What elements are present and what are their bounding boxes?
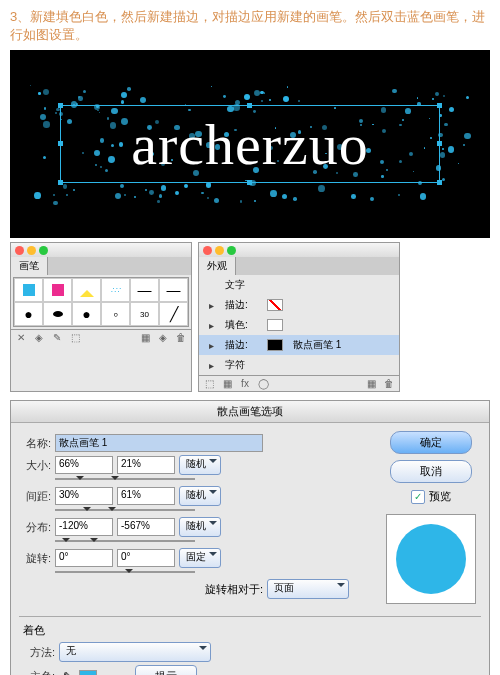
hint-button[interactable]: 提示 bbox=[135, 665, 197, 675]
key-color-swatch[interactable] bbox=[79, 670, 97, 675]
scatter-b[interactable]: -567% bbox=[117, 518, 175, 536]
brush-grid[interactable]: ∴∵ — — ● ● ◦ 30 ╱ bbox=[13, 277, 189, 327]
spacing-b[interactable]: 61% bbox=[117, 487, 175, 505]
appearance-footer[interactable]: ⬚▦fx◯▦🗑 bbox=[199, 375, 399, 391]
spacing-slider[interactable] bbox=[55, 509, 195, 511]
tab-brushes[interactable]: 画笔 bbox=[11, 257, 48, 275]
tint-method[interactable]: 无 bbox=[59, 642, 211, 662]
appearance-row[interactable]: ▸字符 bbox=[199, 355, 399, 375]
appearance-panel[interactable]: 外观 文字▸描边:▸填色:▸描边:散点画笔 1▸字符 ⬚▦fx◯▦🗑 bbox=[198, 242, 400, 392]
appearance-row[interactable]: ▸描边: bbox=[199, 295, 399, 315]
rotate-relative[interactable]: 页面 bbox=[267, 579, 349, 599]
step-text: 3、新建填色白色，然后新建描边，对描边应用新建的画笔。然后双击蓝色画笔，进行如图… bbox=[0, 0, 500, 46]
tab-appearance[interactable]: 外观 bbox=[199, 257, 236, 275]
rotate-slider[interactable] bbox=[55, 571, 195, 573]
artwork-text: archerzuo bbox=[131, 111, 369, 178]
scatter-mode[interactable]: 随机 bbox=[179, 517, 221, 537]
appearance-row[interactable]: ▸填色: bbox=[199, 315, 399, 335]
scatter-brush-options: 散点画笔选项 名称: 散点画笔 1 大小: 66% 21% 随机 间距: 30%… bbox=[10, 400, 490, 675]
appearance-row[interactable]: ▸描边:散点画笔 1 bbox=[199, 335, 399, 355]
canvas-preview: archerzuo bbox=[10, 50, 490, 238]
rotate-b[interactable]: 0° bbox=[117, 549, 175, 567]
size-slider[interactable] bbox=[55, 478, 195, 480]
rotate-mode[interactable]: 固定 bbox=[179, 548, 221, 568]
eyedropper-icon[interactable]: ✎ bbox=[59, 670, 75, 675]
size-mode[interactable]: 随机 bbox=[179, 455, 221, 475]
preview-checkbox[interactable]: ✓ bbox=[411, 490, 425, 504]
scatter-slider[interactable] bbox=[55, 540, 195, 542]
size-a[interactable]: 66% bbox=[55, 456, 113, 474]
appearance-row[interactable]: 文字 bbox=[199, 275, 399, 295]
cancel-button[interactable]: 取消 bbox=[390, 460, 472, 483]
ok-button[interactable]: 确定 bbox=[390, 431, 472, 454]
brush-preview bbox=[386, 514, 476, 604]
size-b[interactable]: 21% bbox=[117, 456, 175, 474]
scatter-a[interactable]: -120% bbox=[55, 518, 113, 536]
brush-panel-footer[interactable]: ✕◈✎⬚▦◈🗑 bbox=[11, 329, 191, 345]
dialog-title: 散点画笔选项 bbox=[11, 401, 489, 423]
spacing-a[interactable]: 30% bbox=[55, 487, 113, 505]
rotate-a[interactable]: 0° bbox=[55, 549, 113, 567]
name-field[interactable]: 散点画笔 1 bbox=[55, 434, 263, 452]
brushes-panel[interactable]: 画笔 ∴∵ — — ● ● ◦ 30 ╱ ✕◈✎⬚▦◈🗑 bbox=[10, 242, 192, 392]
spacing-mode[interactable]: 随机 bbox=[179, 486, 221, 506]
